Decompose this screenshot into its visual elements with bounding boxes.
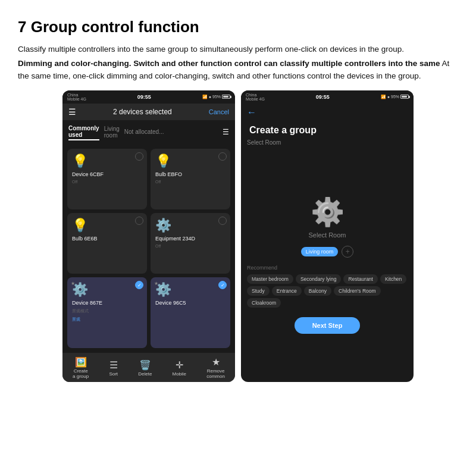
toolbar-remove-common[interactable]: ★ Removecommon (206, 356, 225, 380)
device-name-6e6b: Bulb 6E6B (72, 236, 142, 242)
tab-menu-icon[interactable]: ☰ (223, 128, 229, 136)
toolbar-mobile[interactable]: ✛ Mobile (172, 359, 186, 377)
battery-icon (222, 95, 230, 99)
phone2-carrier: China Mobile 4G (246, 93, 265, 101)
cancel-button[interactable]: Cancel (209, 108, 229, 115)
toolbar-label-delete: Delete (138, 372, 152, 377)
rec-tag-cloakroom[interactable]: Cloakroom (247, 298, 281, 308)
toolbar-label-create: Createa group (73, 369, 89, 380)
device-check-ebfo[interactable] (218, 152, 227, 161)
phone1-time: 09:55 (137, 94, 151, 100)
tab-not-allocated[interactable]: Not allocated... (124, 127, 164, 136)
rec-tag-restaurant[interactable]: Restaurant (343, 274, 378, 284)
device-check-6e6b[interactable] (135, 217, 143, 225)
room-tags-row: Living room + (301, 246, 354, 258)
select-room-subtitle: Select Room (241, 137, 414, 148)
rec-tag-balcony[interactable]: Balcony (304, 286, 331, 296)
device-card-6cbf[interactable]: 💡 Device 6CBF Off (67, 149, 147, 209)
device-card-6e6b[interactable]: 💡 Bulb 6E6B (67, 213, 147, 274)
desc2-bold: Dimming and color-changing. Switch and o… (18, 59, 440, 68)
device-name-6cbf: Device 6CBF (72, 171, 142, 177)
bottom-toolbar: 🖼️ Createa group ☰ Sort 🗑️ Delete ✛ Mobi… (62, 353, 235, 382)
tabs-row: Commonlyused Livingroom Not allocated...… (62, 120, 235, 144)
screenshots-row: China Mobile 4G 09:55 📶 ● 95% ☰ 2 device… (18, 90, 458, 382)
phone1-signal: 📶 ● 95% (202, 95, 230, 99)
bluetooth-icon-867e: ★ (71, 281, 75, 286)
device-name-234d: Equipment 234D (155, 236, 226, 242)
create-group-icon: 🖼️ (75, 356, 87, 368)
device-card-ebfo[interactable]: 💡 Bulb EBFO Off (151, 149, 230, 209)
mobile-icon: ✛ (176, 359, 183, 371)
rec-tag-childrens[interactable]: Children's Room (334, 286, 381, 296)
menu-icon[interactable]: ☰ (68, 107, 76, 117)
toolbar-delete[interactable]: 🗑️ Delete (138, 359, 152, 377)
recommend-tags: Master bedroom Secondary lying Restauran… (247, 274, 408, 308)
toolbar-create-group[interactable]: 🖼️ Createa group (73, 356, 89, 380)
recommend-label: Recommend (247, 265, 277, 271)
page-container: 7 Group control function Classify multip… (0, 0, 476, 476)
toolbar-label-sort: Sort (109, 372, 118, 377)
phone1-status-bar: China Mobile 4G 09:55 📶 ● 95% (62, 90, 235, 104)
device-card-867e[interactable]: ★ ✓ ⚙️ Device 867E 景观模式 景观 (67, 277, 147, 348)
room-illustration: ⚙️ (311, 196, 345, 228)
device-mode-867e: 景观模式 (72, 308, 142, 314)
device-check-234d[interactable] (218, 217, 227, 225)
living-room-tag[interactable]: Living room (301, 247, 339, 256)
device-card-96c5[interactable]: ★ ✓ ⚙️ Device 96C5 (151, 277, 230, 348)
app2-header: ← (241, 104, 414, 121)
description-2: Dimming and color-changing. Switch and o… (18, 58, 458, 82)
device-check-96c5[interactable]: ✓ (218, 281, 227, 289)
device-check-6cbf[interactable] (135, 152, 143, 161)
next-step-button[interactable]: Next Step (295, 317, 361, 334)
toolbar-label-remove: Removecommon (206, 369, 225, 380)
phone2-status-bar: China Mobile 4G 09:55 📶 ● 95% (241, 90, 414, 104)
phone2-signal: 📶 ● 95% (381, 95, 409, 99)
device-name-867e: Device 867E (72, 300, 142, 306)
page-title: 7 Group control function (18, 18, 458, 36)
rec-tag-kitchen[interactable]: Kitchen (380, 274, 406, 284)
add-room-tag[interactable]: + (342, 246, 353, 258)
back-button[interactable]: ← (247, 107, 256, 118)
device-sub-ebfo: Off (155, 180, 226, 184)
tab-commonly-used[interactable]: Commonlyused (68, 124, 99, 140)
battery-icon-2 (400, 95, 409, 99)
device-icon-6e6b: 💡 (72, 218, 142, 233)
phone2-screen: China Mobile 4G 09:55 📶 ● 95% ← Create a… (241, 90, 414, 382)
device-icon-ebfo: 💡 (155, 154, 226, 169)
devices-selected-title: 2 devices selected (113, 108, 172, 116)
tab-living-room[interactable]: Livingroom (104, 124, 120, 140)
phone1-screen: China Mobile 4G 09:55 📶 ● 95% ☰ 2 device… (62, 90, 235, 382)
toolbar-label-mobile: Mobile (172, 372, 186, 377)
rec-tag-secondary[interactable]: Secondary lying (296, 274, 341, 284)
devices-grid: 💡 Device 6CBF Off 💡 Bulb EBFO Off 💡 Bulb… (62, 144, 235, 353)
phone1-carrier: China Mobile 4G (67, 93, 86, 101)
device-check-867e[interactable]: ✓ (135, 281, 143, 289)
bluetooth-icon-96c5: ★ (154, 281, 158, 286)
delete-icon: 🗑️ (139, 359, 151, 371)
device-card-234d[interactable]: ⚙️ Equipment 234D Off (151, 213, 230, 274)
device-name-ebfo: Bulb EBFO (155, 171, 226, 177)
rec-tag-study[interactable]: Study (247, 286, 270, 296)
device-icon-96c5: ⚙️ (155, 282, 226, 298)
description-1: Classify multiple controllers into the s… (18, 43, 458, 55)
remove-common-icon: ★ (212, 356, 220, 368)
app2-title-area: Create a group (241, 121, 414, 137)
device-icon-867e: ⚙️ (72, 282, 142, 298)
rec-tag-entrance[interactable]: Entrance (272, 286, 302, 296)
device-sub-6cbf: Off (72, 180, 142, 184)
phone2-time: 09:55 (316, 94, 330, 100)
select-room-center-text: Select Room (309, 231, 346, 239)
toolbar-sort[interactable]: ☰ Sort (109, 359, 118, 377)
app1-header: ☰ 2 devices selected Cancel (62, 104, 235, 120)
device-name-96c5: Device 96C5 (155, 300, 226, 306)
rec-tag-master[interactable]: Master bedroom (247, 274, 293, 284)
device-sub2-867e: 景观 (72, 317, 142, 322)
device-sub-234d: Off (155, 244, 226, 248)
device-icon-6cbf: 💡 (72, 154, 142, 169)
select-room-area: ⚙️ Select Room Living room + Recommend M… (241, 148, 414, 382)
device-icon-234d: ⚙️ (155, 218, 226, 233)
sort-icon: ☰ (109, 359, 118, 371)
create-group-title: Create a group (249, 125, 405, 136)
